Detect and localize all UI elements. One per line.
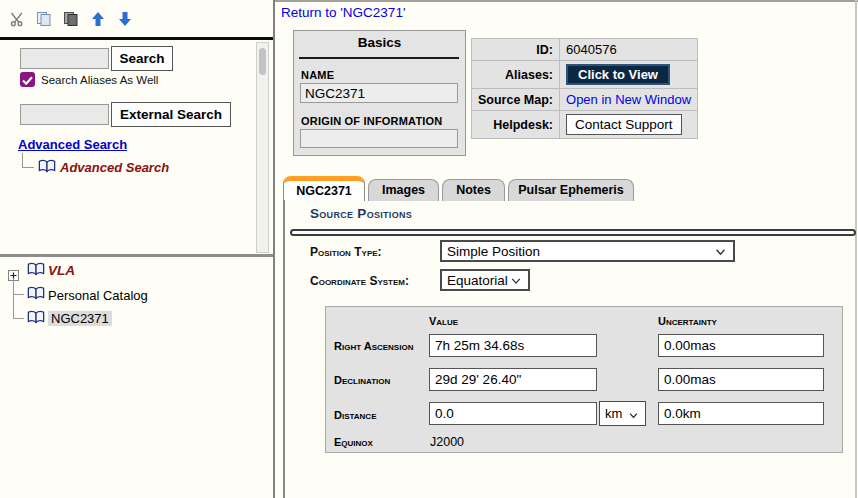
panel-divider <box>0 254 273 257</box>
distance-unit-select[interactable]: km <box>599 401 646 426</box>
source-map-link[interactable]: Open in New Window <box>566 92 691 107</box>
chevron-down-icon <box>715 244 726 259</box>
tab-pulsar-ephemeris[interactable]: Pulsar Ephemeris <box>508 179 634 201</box>
declination-uncertainty-field[interactable] <box>658 368 824 391</box>
book-icon <box>27 262 45 280</box>
position-type-value: Simple Position <box>447 244 540 259</box>
aliases-view-button[interactable]: Click to View <box>566 64 670 85</box>
coordinate-system-select[interactable]: Equatorial <box>440 269 530 291</box>
declination-field[interactable] <box>429 368 597 391</box>
aliases-label: Aliases: <box>472 61 560 89</box>
distance-unit-value: km <box>605 406 622 421</box>
id-label: ID: <box>472 39 560 61</box>
check-icon <box>22 71 33 89</box>
right-panel-edge <box>855 0 857 498</box>
tab-notes[interactable]: Notes <box>442 179 505 201</box>
name-label: NAME <box>301 69 334 81</box>
value-header: Value <box>429 315 458 327</box>
tree-connector <box>13 318 24 319</box>
scrollbar-thumb[interactable] <box>259 48 266 75</box>
declination-label: Declination <box>334 374 390 386</box>
equinox-label: Equinox <box>334 436 373 448</box>
right-ascension-field[interactable] <box>429 334 597 357</box>
paste-icon[interactable] <box>62 10 80 28</box>
external-search-input[interactable] <box>20 104 109 125</box>
distance-uncertainty-field[interactable] <box>658 402 824 425</box>
book-icon <box>38 159 56 177</box>
book-icon <box>27 310 45 328</box>
move-down-icon[interactable] <box>116 10 134 28</box>
tree-item-advanced-search[interactable]: Advanced Search <box>60 160 169 175</box>
basics-rule <box>299 57 459 59</box>
distance-field[interactable] <box>429 402 597 425</box>
move-up-icon[interactable] <box>89 10 107 28</box>
origin-field[interactable] <box>300 129 458 148</box>
search-button[interactable]: Search <box>111 46 173 71</box>
equinox-value: J2000 <box>430 435 464 449</box>
right-ascension-label: Right Ascension <box>334 340 413 352</box>
tab-ngc2371[interactable]: NGC2371 <box>283 176 365 201</box>
chevron-down-icon <box>629 406 638 421</box>
source-map-label: Source Map: <box>472 89 560 111</box>
toolbar <box>0 0 273 37</box>
tree-connector <box>13 294 24 295</box>
basics-title: Basics <box>294 35 465 50</box>
search-input[interactable] <box>20 48 109 69</box>
return-link[interactable]: Return to 'NGC2371' <box>281 5 405 20</box>
position-type-select[interactable]: Simple Position <box>440 240 735 262</box>
external-search-button[interactable]: External Search <box>111 102 231 127</box>
table-row: Helpdesk: Contact Support <box>472 111 698 139</box>
contact-support-button[interactable]: Contact Support <box>566 114 682 135</box>
chevron-down-icon <box>511 273 521 288</box>
toolbar-divider <box>0 37 273 40</box>
coordinate-system-label: Coordinate System: <box>310 274 409 288</box>
position-type-label: Position Type: <box>310 245 382 259</box>
source-info-table: ID: 6040576 Aliases: Click to View Sourc… <box>471 38 698 139</box>
tab-bar: NGC2371 Images Notes Pulsar Ephemeris <box>283 176 634 201</box>
tree-item-personal-catalog[interactable]: Personal Catalog <box>48 288 148 303</box>
alias-checkbox-label: Search Aliases As Well <box>41 74 158 86</box>
alias-checkbox[interactable] <box>20 72 35 87</box>
helpdesk-label: Helpdesk: <box>472 111 560 139</box>
book-icon <box>27 286 45 304</box>
tree-connector <box>22 153 34 168</box>
right-panel-top-border <box>275 0 858 2</box>
table-row: Source Map: Open in New Window <box>472 89 698 111</box>
tree-item-vla[interactable]: VLA <box>48 263 75 278</box>
name-field[interactable] <box>300 83 458 103</box>
cut-icon[interactable] <box>8 10 26 28</box>
tree-item-ngc2371[interactable]: NGC2371 <box>48 311 112 326</box>
advanced-search-link[interactable]: Advanced Search <box>18 137 127 152</box>
tab-images[interactable]: Images <box>368 179 439 201</box>
coordinate-system-value: Equatorial <box>447 273 508 288</box>
section-divider <box>290 229 856 236</box>
origin-label: ORIGIN OF INFORMATION <box>301 115 443 127</box>
copy-icon[interactable] <box>35 10 53 28</box>
uncertainty-header: Uncertainty <box>658 315 717 327</box>
left-panel-scrollbar[interactable] <box>256 42 269 253</box>
table-row: ID: 6040576 <box>472 39 698 61</box>
panel-divider-vertical <box>273 0 275 498</box>
distance-label: Distance <box>334 409 376 421</box>
tab-panel-border <box>283 200 285 498</box>
tree-connector <box>13 278 14 318</box>
right-ascension-uncertainty-field[interactable] <box>658 334 824 357</box>
id-value: 6040576 <box>560 39 698 61</box>
basics-box: Basics NAME ORIGIN OF INFORMATION <box>293 30 466 156</box>
source-positions-heading: Source Positions <box>310 206 412 221</box>
table-row: Aliases: Click to View <box>472 61 698 89</box>
position-table: Value Uncertainty Right Ascension Declin… <box>325 306 843 453</box>
